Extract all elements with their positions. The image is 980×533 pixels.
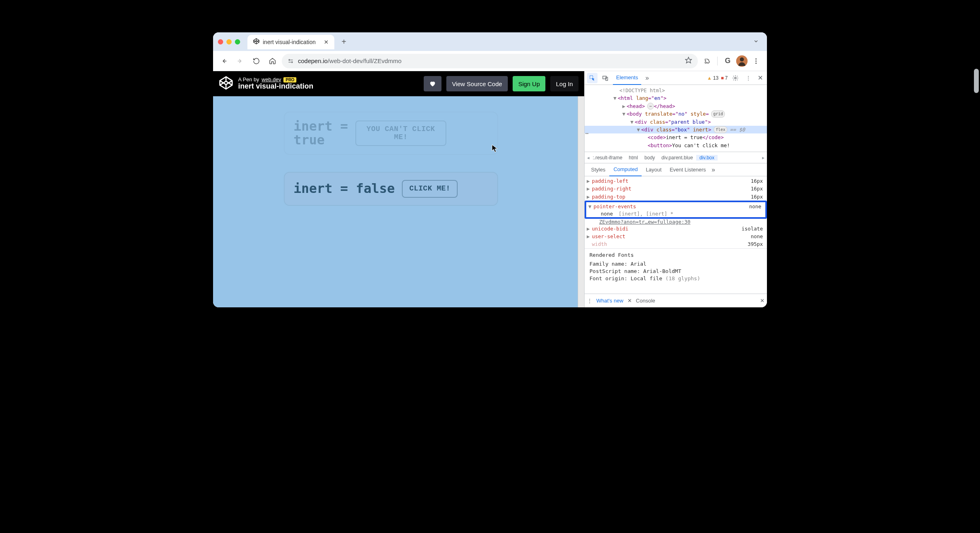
address-bar[interactable]: codepen.io/web-dot-dev/full/ZEvdmmo [282, 54, 698, 68]
subtab-layout[interactable]: Layout [642, 163, 665, 176]
drawer-menu-button[interactable]: ⋮ [587, 298, 592, 304]
reload-button[interactable] [249, 54, 263, 68]
codepen-favicon-icon [253, 38, 260, 46]
byline-author[interactable]: web.dev [262, 77, 281, 82]
svg-point-14 [756, 62, 757, 63]
subtab-styles[interactable]: Styles [587, 163, 609, 176]
signup-button[interactable]: Sign Up [513, 76, 545, 91]
close-window-button[interactable] [218, 39, 223, 44]
page-content: A Pen by web.dev PRO inert visual-indica… [213, 71, 584, 307]
forward-button[interactable] [233, 54, 247, 68]
mouse-cursor-icon [492, 144, 498, 154]
profile-avatar[interactable] [736, 55, 748, 67]
maximize-window-button[interactable] [235, 39, 240, 44]
svg-point-12 [756, 58, 757, 59]
styles-subtabs: Styles Computed Layout Event Listeners » [585, 163, 767, 176]
devtools-drawer: ⋮ What's new ✕ Console ✕ [585, 294, 767, 307]
site-settings-icon[interactable] [287, 58, 294, 64]
pen-title: inert visual-indication [238, 82, 313, 91]
tab-overflow-button[interactable] [750, 37, 762, 47]
settings-button[interactable] [730, 73, 741, 83]
highlighted-property: ▼pointer-eventsnone none[inert], [inert]… [585, 201, 767, 218]
drawer-tab-whatsnew[interactable]: What's new [596, 298, 623, 304]
back-button[interactable] [217, 54, 231, 68]
computed-styles[interactable]: ▶padding-left16px ▶padding-right16px ▶pa… [585, 176, 767, 294]
byline-prefix: A Pen by [238, 77, 259, 82]
inert-false-button[interactable]: CLICK ME! [402, 180, 458, 198]
extensions-button[interactable] [700, 54, 714, 68]
inert-false-code: inert = false [294, 182, 395, 196]
subtab-event-listeners[interactable]: Event Listeners [665, 163, 710, 176]
svg-point-13 [756, 60, 757, 61]
tab-title: inert visual-indication [263, 39, 316, 45]
tabs-overflow-button[interactable]: » [644, 74, 651, 82]
bookmark-button[interactable] [685, 57, 692, 65]
warnings-indicator[interactable]: ▲13 [707, 75, 718, 81]
svg-point-21 [735, 77, 736, 79]
login-button[interactable]: Log In [550, 76, 579, 91]
browser-toolbar: codepen.io/web-dot-dev/full/ZEvdmmo G [213, 51, 767, 71]
window-controls [218, 39, 240, 44]
page-scrollbar[interactable] [578, 96, 584, 307]
rendered-fonts: Rendered Fonts Family name: Arial PostSc… [585, 248, 767, 286]
inspect-element-button[interactable] [587, 73, 598, 83]
source-link[interactable]: ZEvdmmo?anon=tr…ew=fullpage:30 [585, 219, 767, 225]
pro-badge: PRO [283, 77, 296, 82]
svg-point-7 [291, 61, 293, 63]
browser-window: inert visual-indication ✕ + codepen.io/w… [213, 32, 767, 307]
tab-strip: inert visual-indication ✕ + [213, 32, 767, 51]
dom-overflow-indicator: ⋯ [585, 129, 589, 137]
inert-false-box: inert = false CLICK ME! [284, 172, 498, 206]
inert-true-button: YOU CAN'T CLICK ME! [355, 121, 446, 146]
subtab-computed[interactable]: Computed [609, 163, 642, 176]
svg-marker-9 [686, 57, 692, 63]
dom-breadcrumbs[interactable]: ◂ :.result-iframe html body div.parent.b… [585, 152, 767, 163]
devtools-panel: Elements » ▲13 ■7 ⋮ ✕ <!DOCTYPE html> ▼<… [584, 71, 767, 307]
google-account-button[interactable]: G [721, 54, 735, 68]
drawer-tab-console[interactable]: Console [636, 298, 655, 304]
home-button[interactable] [266, 54, 279, 68]
dom-tree[interactable]: <!DOCTYPE html> ▼<html lang="en"> ▶<head… [585, 85, 767, 152]
pen-output: inert = true YOU CAN'T CLICK ME! inert =… [213, 96, 584, 307]
close-whatsnew-button[interactable]: ✕ [627, 298, 632, 304]
tab-elements[interactable]: Elements [613, 71, 641, 85]
subtabs-overflow[interactable]: » [710, 166, 717, 173]
issues-indicator[interactable]: ■7 [721, 75, 728, 81]
url-text: codepen.io/web-dot-dev/full/ZEvdmmo [298, 57, 401, 64]
devtools-menu-button[interactable]: ⋮ [743, 73, 754, 83]
codepen-logo-icon[interactable] [219, 76, 233, 92]
close-tab-button[interactable]: ✕ [324, 39, 329, 45]
inert-true-box: inert = true YOU CAN'T CLICK ME! [284, 112, 498, 155]
close-devtools-button[interactable]: ✕ [756, 74, 765, 82]
browser-menu-button[interactable] [749, 54, 763, 68]
close-drawer-button[interactable]: ✕ [760, 298, 765, 304]
dom-selected-node[interactable]: ▼<div class="box" inert>flex== $0 [585, 126, 767, 133]
view-source-button[interactable]: View Source Code [446, 76, 508, 91]
device-toolbar-button[interactable] [600, 73, 610, 83]
svg-point-5 [289, 59, 290, 61]
new-tab-button[interactable]: + [339, 37, 349, 47]
minimize-window-button[interactable] [226, 39, 232, 44]
browser-tab[interactable]: inert visual-indication ✕ [247, 35, 334, 49]
inert-true-code: inert = true [294, 120, 348, 147]
codepen-header: A Pen by web.dev PRO inert visual-indica… [213, 71, 584, 96]
svg-point-11 [740, 57, 744, 61]
love-button[interactable] [424, 76, 441, 91]
devtools-tabbar: Elements » ▲13 ■7 ⋮ ✕ [585, 71, 767, 85]
